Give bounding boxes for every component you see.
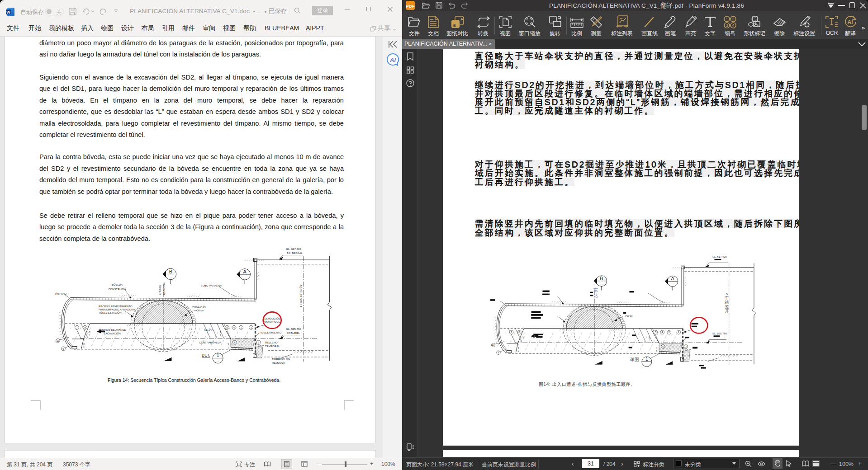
svg-text:3: 3: [726, 23, 728, 28]
svg-text:竖: 竖: [725, 305, 729, 309]
svg-text:REVESTIMIENTO: REVESTIMIENTO: [260, 331, 281, 334]
svg-text:S: S: [726, 293, 727, 296]
svg-text:站: 站: [724, 301, 729, 305]
svg-text:PARA EMPALME ARMADURA: PARA EMPALME ARMADURA: [99, 308, 135, 311]
svg-text:1: 1: [726, 17, 728, 21]
svg-text:W: W: [6, 10, 10, 14]
svg-text:RELLENO: RELLENO: [265, 341, 278, 344]
svg-text:COTA RIEL: COTA RIEL: [287, 332, 300, 334]
svg-text:REMOVER: REMOVER: [272, 362, 285, 364]
svg-text:CONSTRUIDA: CONSTRUIDA: [109, 288, 126, 291]
svg-text:MURO PIQUE: MURO PIQUE: [264, 320, 280, 323]
svg-text:℄ PIQUE ESTACIÓN: ℄ PIQUE ESTACIÓN: [299, 285, 302, 307]
svg-text:e=30 cm: e=30 cm: [625, 315, 632, 317]
svg-text:e=30 cm: e=30 cm: [194, 309, 204, 312]
svg-text:AI: AI: [389, 56, 396, 63]
svg-text:AI: AI: [848, 19, 853, 25]
svg-text:EXCAVACIÓN: EXCAVACIÓN: [104, 332, 121, 335]
svg-text:T.C. BROCAL: T.C. BROCAL: [287, 252, 303, 254]
svg-text:SENTIDO DE AVANCE: SENTIDO DE AVANCE: [99, 329, 126, 331]
svg-text:详图: 详图: [629, 357, 639, 362]
svg-text:TERRENO SIN: TERRENO SIN: [272, 358, 290, 361]
svg-text:4: 4: [732, 23, 734, 28]
svg-text:BÓVEDA: BÓVEDA: [112, 283, 123, 286]
svg-text:DEMOLICIÓN: DEMOLICIÓN: [265, 317, 280, 320]
svg-text:车: 车: [593, 288, 598, 293]
svg-text:站: 站: [593, 293, 598, 298]
svg-text:BANCO: BANCO: [204, 329, 213, 332]
svg-text:TEMPORAL: TEMPORAL: [265, 345, 280, 348]
svg-text:ZONA OJO: ZONA OJO: [192, 306, 206, 309]
svg-text:井: 井: [725, 309, 729, 314]
svg-text:B: B: [453, 24, 456, 28]
svg-text:TÚNEL ESTACIÓN: TÚNEL ESTACIÓN: [99, 311, 121, 314]
svg-text:℄ TÚNEL: ℄ TÚNEL: [159, 285, 161, 295]
svg-text:PDF: PDF: [406, 4, 415, 9]
svg-text:2: 2: [732, 17, 734, 21]
svg-text:RECESO REVESTIMIENTO: RECESO REVESTIMIENTO: [99, 305, 133, 308]
svg-text:TÍMPANO: TÍMPANO: [55, 292, 67, 295]
svg-text:A: A: [460, 17, 463, 21]
svg-text:CONTRABÓVEDA: CONTRABÓVEDA: [199, 341, 221, 344]
svg-text:DET.: DET.: [202, 353, 210, 357]
svg-text:TUBO PARAGUA: TUBO PARAGUA: [201, 284, 222, 287]
svg-text:ESTACIÓN: ESTACIÓN: [163, 282, 166, 295]
svg-text:车: 车: [725, 296, 729, 301]
